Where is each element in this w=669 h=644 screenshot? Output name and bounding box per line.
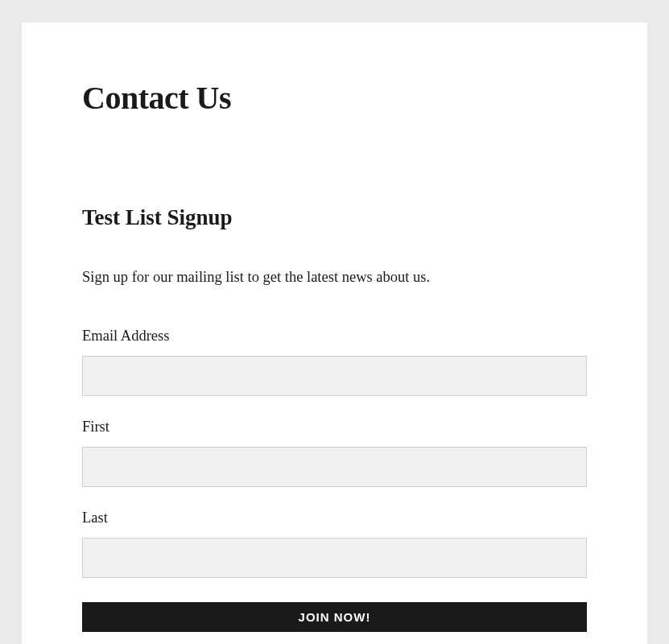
last-label: Last <box>82 510 587 526</box>
page-title: Contact Us <box>82 79 587 117</box>
email-label: Email Address <box>82 328 587 345</box>
join-now-button[interactable]: JOIN NOW! <box>82 602 587 632</box>
page-container: Contact Us Test List Signup Sign up for … <box>22 23 647 644</box>
first-field-group: First <box>82 419 587 487</box>
form-title: Test List Signup <box>82 205 587 230</box>
first-input[interactable] <box>82 447 587 487</box>
form-description: Sign up for our mailing list to get the … <box>82 266 587 289</box>
email-field-group: Email Address <box>82 328 587 396</box>
last-input[interactable] <box>82 538 587 578</box>
email-input[interactable] <box>82 356 587 396</box>
last-field-group: Last <box>82 510 587 578</box>
first-label: First <box>82 419 587 436</box>
